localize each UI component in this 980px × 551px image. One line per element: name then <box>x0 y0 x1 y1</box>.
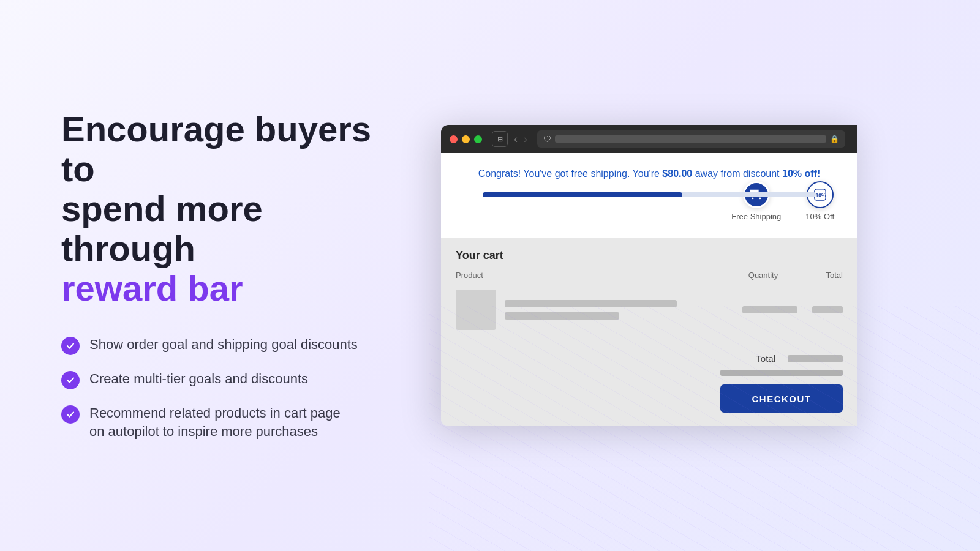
product-thumbnail <box>456 290 496 330</box>
milestone-label-10off: 10% Off <box>805 212 834 221</box>
milestone-label-shipping: Free Shipping <box>731 212 781 221</box>
discount-pct-highlight: 10% off! <box>782 168 820 179</box>
checkout-button[interactable]: CHECKOUT <box>720 384 843 413</box>
right-panel: ⊞ ‹ › 🛡 🔒 Congrats! You've got free ship… <box>441 125 980 426</box>
qty-placeholder <box>742 306 797 313</box>
feature-text-3: Recommend related products in cart pageo… <box>89 404 341 442</box>
product-name-placeholder <box>505 300 677 307</box>
fullscreen-button[interactable] <box>474 135 482 143</box>
feature-item-1: Show order goal and shipping goal discou… <box>61 335 392 355</box>
checkout-label: CHECKOUT <box>752 394 812 404</box>
progress-bar-wrapper: Free Shipping 10% 10% Off <box>464 192 834 221</box>
checkout-bar-placeholder <box>720 370 843 376</box>
shield-icon: 🛡 <box>543 135 551 144</box>
traffic-lights <box>450 135 482 143</box>
congrats-message: Congrats! You've got free shipping. You'… <box>458 167 840 181</box>
cart-footer: Total CHECKOUT <box>441 343 858 426</box>
item-total-placeholder <box>812 306 843 313</box>
progress-track <box>483 192 816 197</box>
col-total: Total <box>794 271 843 280</box>
browser-window: ⊞ ‹ › 🛡 🔒 Congrats! You've got free ship… <box>441 125 858 426</box>
milestone-10off: 10% 10% Off <box>805 181 834 221</box>
reward-bar-section: Congrats! You've got free shipping. You'… <box>441 153 858 238</box>
left-panel: Encourage buyers to spend more through r… <box>0 61 441 490</box>
features-list: Show order goal and shipping goal discou… <box>61 335 392 442</box>
cart-item-row <box>441 283 858 336</box>
headline-line2: spend more through <box>61 189 263 268</box>
total-row: Total <box>756 353 843 364</box>
address-bar[interactable]: 🛡 🔒 <box>537 130 845 148</box>
lock-icon: 🔒 <box>830 135 839 143</box>
back-button[interactable]: ‹ <box>514 133 518 146</box>
check-icon-3 <box>61 405 80 424</box>
close-button[interactable] <box>450 135 458 143</box>
total-label: Total <box>756 353 775 364</box>
check-icon-2 <box>61 371 80 389</box>
discount-prefix: away from discount <box>695 168 782 179</box>
milestone-free-shipping: Free Shipping <box>731 181 781 221</box>
progress-fill <box>483 192 682 197</box>
cart-title: Your cart <box>456 249 843 262</box>
forward-button[interactable]: › <box>524 133 527 146</box>
minimize-button[interactable] <box>462 135 470 143</box>
col-product: Product <box>456 271 733 280</box>
check-icon-1 <box>61 337 80 355</box>
browser-controls: ⊞ <box>492 131 508 147</box>
headline: Encourage buyers to spend more through r… <box>61 110 392 309</box>
headline-line1: Encourage buyers to <box>61 109 371 189</box>
col-quantity: Quantity <box>733 271 794 280</box>
headline-accent: reward bar <box>61 268 243 308</box>
feature-text-1: Show order goal and shipping goal discou… <box>89 335 358 354</box>
feature-item-2: Create multi-tier goals and discounts <box>61 370 392 389</box>
product-variant-placeholder <box>505 312 619 320</box>
product-info <box>505 300 734 320</box>
amount-highlight: $80.00 <box>662 168 692 179</box>
address-text <box>555 135 826 143</box>
cart-table-header: Product Quantity Total <box>441 267 858 283</box>
browser-bar: ⊞ ‹ › 🛡 🔒 <box>441 125 858 153</box>
congrats-prefix: Congrats! You've got free shipping. You'… <box>478 168 660 179</box>
cart-header: Your cart <box>441 238 858 267</box>
feature-text-2: Create multi-tier goals and discounts <box>89 370 308 389</box>
total-value-placeholder <box>788 355 843 362</box>
tab-switcher-icon[interactable]: ⊞ <box>492 131 508 147</box>
feature-item-3: Recommend related products in cart pageo… <box>61 404 392 442</box>
svg-text:10%: 10% <box>815 193 826 198</box>
cart-section: Your cart Product Quantity Total <box>441 238 858 426</box>
